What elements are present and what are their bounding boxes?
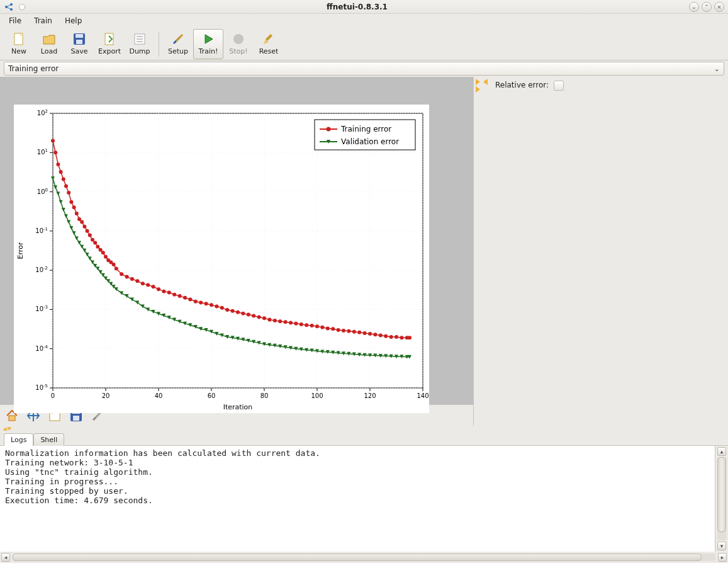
svg-text:80: 80 <box>260 392 269 399</box>
svg-point-146 <box>408 336 412 339</box>
svg-point-133 <box>342 329 345 333</box>
close-button[interactable]: × <box>714 2 724 12</box>
svg-point-67 <box>53 151 57 154</box>
new-file-icon <box>12 32 26 46</box>
svg-point-102 <box>178 294 182 298</box>
hscroll-track[interactable] <box>13 554 715 561</box>
svg-point-83 <box>96 245 99 249</box>
menu-help[interactable]: Help <box>60 14 87 27</box>
svg-point-137 <box>363 331 367 335</box>
svg-point-80 <box>88 234 92 237</box>
svg-point-108 <box>210 303 213 307</box>
window-title: ffnetui-0.8.3.1 <box>25 3 689 11</box>
relative-error-checkbox[interactable] <box>554 81 564 91</box>
floppy-icon <box>72 32 86 46</box>
save-button[interactable]: Save <box>64 29 94 59</box>
svg-point-138 <box>368 332 372 336</box>
reset-button[interactable]: Reset <box>254 29 284 59</box>
scroll-down-button[interactable]: ▾ <box>717 542 726 550</box>
svg-point-123 <box>289 321 293 324</box>
svg-point-121 <box>278 319 282 323</box>
svg-point-130 <box>326 326 330 330</box>
play-icon <box>201 32 215 46</box>
svg-point-70 <box>62 178 65 181</box>
export-icon <box>103 32 116 46</box>
svg-point-119 <box>267 318 271 322</box>
svg-text:102: 102 <box>37 109 48 117</box>
horizontal-scrollbar[interactable]: ◂ ▸ <box>0 552 728 563</box>
svg-text:Validation error: Validation error <box>341 137 399 146</box>
maximize-button[interactable]: ⌃ <box>702 2 712 12</box>
svg-text:40: 40 <box>155 392 163 399</box>
scroll-thumb[interactable] <box>717 457 726 532</box>
console-output[interactable]: Normalization information has been calcu… <box>0 446 715 552</box>
svg-point-74 <box>72 205 76 209</box>
stop-icon <box>232 32 245 46</box>
svg-point-77 <box>80 220 84 224</box>
svg-rect-8 <box>76 40 82 44</box>
menu-train[interactable]: Train <box>29 14 57 27</box>
dump-button[interactable]: Dump <box>125 29 155 59</box>
svg-point-113 <box>236 310 240 314</box>
scroll-left-button[interactable]: ◂ <box>1 553 10 562</box>
svg-point-127 <box>310 324 314 327</box>
splitter-handle-bottom[interactable] <box>0 426 728 432</box>
scroll-up-button[interactable]: ▴ <box>717 447 726 456</box>
svg-point-104 <box>188 298 192 302</box>
load-button[interactable]: Load <box>34 29 64 59</box>
scroll-track[interactable] <box>717 457 726 540</box>
svg-text:101: 101 <box>37 148 48 156</box>
chevron-down-icon: ⌄ <box>714 65 720 73</box>
tab-logs[interactable]: Logs <box>4 433 33 446</box>
svg-text:10-4: 10-4 <box>35 344 48 352</box>
broom-icon <box>262 32 276 46</box>
svg-point-136 <box>357 331 361 334</box>
toolbar-separator <box>159 31 159 57</box>
view-selector[interactable]: Training error ⌄ <box>4 62 724 76</box>
svg-point-134 <box>347 329 350 333</box>
arrow-left-icon <box>483 79 488 85</box>
plot-pane: 02040608010012014010-510-410-310-210-110… <box>0 77 474 404</box>
svg-point-92 <box>125 275 129 279</box>
splitter-handle-left[interactable] <box>474 77 481 426</box>
svg-point-78 <box>82 225 86 229</box>
svg-point-143 <box>395 335 398 339</box>
svg-point-107 <box>204 302 208 305</box>
svg-point-117 <box>257 316 261 319</box>
folder-open-icon <box>42 32 56 46</box>
svg-point-135 <box>352 330 356 334</box>
setup-button[interactable]: Setup <box>163 29 193 59</box>
svg-point-81 <box>91 238 94 242</box>
svg-point-139 <box>373 333 377 336</box>
stop-button: Stop! <box>223 29 254 59</box>
work-area: 02040608010012014010-510-410-310-210-110… <box>0 77 728 426</box>
toolbar: New Load Save Export Dump Setup Train! S… <box>0 28 728 60</box>
svg-point-71 <box>64 184 68 188</box>
svg-point-82 <box>93 241 97 245</box>
svg-text:Error: Error <box>16 242 25 259</box>
svg-point-109 <box>215 304 218 308</box>
svg-point-106 <box>199 300 203 304</box>
svg-text:10-3: 10-3 <box>35 305 48 312</box>
hscroll-thumb[interactable] <box>13 554 702 561</box>
scroll-right-button[interactable]: ▸ <box>718 553 727 562</box>
svg-point-114 <box>241 312 245 316</box>
svg-text:140: 140 <box>417 392 428 399</box>
menu-file[interactable]: File <box>4 14 26 27</box>
svg-rect-15 <box>53 113 423 388</box>
vertical-scrollbar[interactable]: ▴ ▾ <box>715 446 728 552</box>
svg-point-105 <box>194 300 198 304</box>
svg-point-94 <box>135 279 139 283</box>
new-button[interactable]: New <box>4 29 34 59</box>
svg-point-120 <box>273 319 277 322</box>
svg-point-73 <box>69 200 73 204</box>
train-button[interactable]: Train! <box>193 29 223 59</box>
svg-point-230 <box>327 127 331 132</box>
splitter-handle-right[interactable] <box>481 77 489 426</box>
svg-point-66 <box>51 139 55 143</box>
export-button[interactable]: Export <box>94 29 125 59</box>
minimize-button[interactable]: ⌄ <box>689 2 699 12</box>
svg-point-144 <box>400 336 403 339</box>
svg-text:0: 0 <box>51 392 55 399</box>
tab-shell[interactable]: Shell <box>33 433 64 446</box>
